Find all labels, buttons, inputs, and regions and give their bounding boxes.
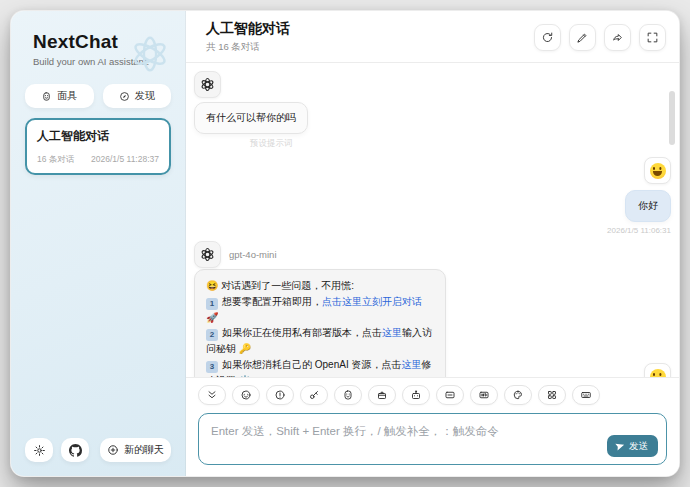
inline-link[interactable]: 这里 [382, 327, 402, 338]
discover-icon [119, 91, 130, 102]
user-avatar-partial [644, 363, 671, 377]
size-button[interactable] [436, 385, 464, 405]
chat-title[interactable]: 人工智能对话 [206, 20, 290, 38]
masks-button[interactable]: 面具 [25, 84, 94, 108]
theme-icon [240, 389, 252, 401]
maximize-button[interactable] [639, 24, 666, 51]
clear-context-button[interactable] [368, 385, 396, 405]
discover-button-label: 发现 [135, 89, 155, 103]
shortcuts-icon [580, 389, 592, 401]
plus-circle-icon [107, 444, 119, 456]
chat-input-wrap: 发送 [198, 413, 667, 465]
pencil-icon [576, 31, 589, 44]
quality-icon [478, 389, 490, 401]
inline-link[interactable]: 点击这里立刻开启对话 [322, 296, 422, 307]
chat-message-list[interactable]: 有什么可以帮你的吗 预设提示词 你好 2026/1/5 11:06:31 [186, 63, 679, 377]
rename-button[interactable] [569, 24, 596, 51]
chat-item-count: 16 条对话 [37, 154, 74, 166]
assistant-bubble[interactable]: 😆 对话遇到了一些问题，不用慌:1想要零配置开箱即用，点击这里立刻开启对话 🚀2… [194, 269, 446, 377]
inline-link[interactable]: 这里 [401, 359, 421, 370]
access-key-icon [308, 389, 320, 401]
chat-list: 人工智能对话 16 条对话 2026/1/5 11:28:37 [23, 118, 173, 438]
masks-button-label: 面具 [57, 89, 77, 103]
size-icon [444, 389, 456, 401]
message-timestamp: 2026/1/5 11:06:31 [607, 226, 671, 235]
mask-icon [41, 91, 52, 102]
user-bubble[interactable]: 你好 [625, 190, 671, 222]
smiley-emoji-icon [650, 163, 666, 179]
chat-panel: 人工智能对话 共 16 条对话 [186, 11, 679, 476]
keycap-number-icon: 1 [206, 298, 218, 310]
user-message: 你好 2026/1/5 11:06:31 [194, 157, 671, 235]
maximize-icon [646, 31, 659, 44]
new-chat-button[interactable]: 新的聊天 [100, 438, 171, 462]
chat-input-panel: 发送 [186, 377, 679, 476]
prompts-button[interactable] [266, 385, 294, 405]
prompts-icon [274, 389, 286, 401]
preset-prompt-hint: 预设提示词 [250, 138, 671, 150]
chat-subtitle: 共 16 条对话 [206, 41, 290, 54]
model-name-label: gpt-4o-mini [229, 249, 277, 260]
shortcuts-button[interactable] [572, 385, 600, 405]
model-icon [410, 389, 422, 401]
keycap-number-icon: 2 [206, 329, 218, 341]
smiley-emoji-icon [650, 369, 666, 378]
gear-icon [33, 444, 46, 457]
plugins-button[interactable] [538, 385, 566, 405]
chat-item-time: 2026/1/5 11:28:37 [91, 154, 159, 166]
chat-item-title: 人工智能对话 [37, 128, 159, 145]
nextchat-watermark-logo-icon [127, 31, 173, 77]
plugins-icon [546, 389, 558, 401]
paper-plane-icon [614, 440, 627, 453]
masks-button[interactable] [334, 385, 362, 405]
scroll-to-bottom-button[interactable] [198, 385, 226, 405]
chat-list-item-selected[interactable]: 人工智能对话 16 条对话 2026/1/5 11:28:37 [25, 118, 171, 175]
style-button[interactable] [504, 385, 532, 405]
share-icon [611, 31, 624, 44]
user-avatar [644, 157, 671, 184]
access-key-button[interactable] [300, 385, 328, 405]
scroll-to-bottom-icon [206, 389, 218, 401]
assistant-message-greeting: 有什么可以帮你的吗 预设提示词 [194, 71, 671, 150]
greeting-bubble[interactable]: 有什么可以帮你的吗 [194, 102, 308, 134]
send-label: 发送 [629, 440, 648, 453]
reload-icon [541, 31, 554, 44]
chat-toolbar [198, 385, 667, 405]
app-window: NextChat Build your own AI assistant. 面具 [10, 10, 680, 477]
chat-scrollbar-thumb[interactable] [669, 91, 675, 145]
assistant-avatar [194, 241, 221, 268]
quality-button[interactable] [470, 385, 498, 405]
sidebar: NextChat Build your own AI assistant. 面具 [11, 11, 186, 476]
assistant-avatar [194, 71, 221, 98]
reload-button[interactable] [534, 24, 561, 51]
chat-input[interactable] [209, 422, 656, 454]
bot-error-lines: 😆 对话遇到了一些问题，不用慌:1想要零配置开箱即用，点击这里立刻开启对话 🚀2… [206, 278, 434, 377]
settings-button[interactable] [25, 438, 53, 462]
clear-context-icon [376, 389, 388, 401]
send-button[interactable]: 发送 [607, 435, 658, 457]
new-chat-label: 新的聊天 [124, 443, 164, 457]
discover-button[interactable]: 发现 [103, 84, 172, 108]
github-button[interactable] [61, 438, 89, 462]
style-icon [512, 389, 524, 401]
masks-icon [342, 389, 354, 401]
share-button[interactable] [604, 24, 631, 51]
chat-header: 人工智能对话 共 16 条对话 [186, 11, 679, 63]
assistant-message-error: gpt-4o-mini 😆 对话遇到了一些问题，不用慌:1想要零配置开箱即用，点… [194, 241, 671, 377]
github-icon [69, 444, 82, 457]
keycap-number-icon: 3 [206, 361, 218, 373]
theme-button[interactable] [232, 385, 260, 405]
model-button[interactable] [402, 385, 430, 405]
